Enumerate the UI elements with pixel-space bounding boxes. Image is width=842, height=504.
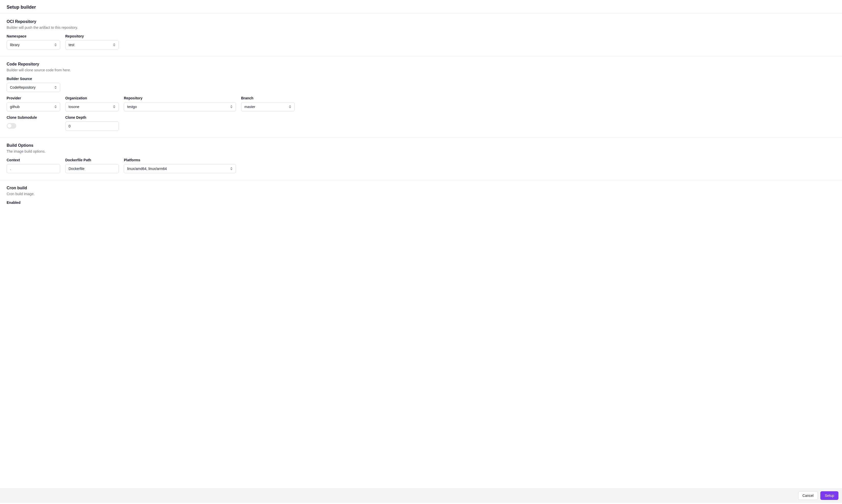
build-desc: The image build options.	[7, 149, 835, 154]
oci-desc: Builder will push the artifact to this r…	[7, 25, 835, 30]
cron-enabled-field: Enabled	[7, 200, 20, 206]
cron-section: Cron build Cron build image. Enabled	[0, 180, 842, 209]
clone-submodule-toggle[interactable]	[7, 123, 16, 129]
context-value: .	[10, 167, 11, 171]
branch-value: master	[245, 105, 255, 109]
builder-source-label: Builder Source	[7, 77, 60, 81]
branch-label: Branch	[241, 96, 294, 100]
clone-submodule-label: Clone Submodule	[7, 115, 60, 120]
oci-section: OCI Repository Builder will push the art…	[0, 14, 842, 56]
clone-depth-field: Clone Depth 0	[65, 115, 119, 131]
oci-repository-field: Repository test	[65, 34, 119, 50]
cron-desc: Cron build image.	[7, 192, 835, 196]
chevron-updown-icon	[288, 105, 292, 109]
organization-value: tosone	[69, 105, 79, 109]
chevron-updown-icon	[54, 43, 57, 47]
provider-value: github	[10, 105, 20, 109]
branch-field: Branch master	[241, 96, 294, 111]
oci-title: OCI Repository	[7, 19, 835, 24]
code-repository-value: testgo	[127, 105, 137, 109]
organization-select[interactable]: tosone	[65, 102, 119, 111]
namespace-field: Namespace library	[7, 34, 60, 50]
provider-field: Provider github	[7, 96, 60, 111]
chevron-updown-icon	[230, 167, 233, 170]
chevron-updown-icon	[54, 86, 57, 89]
build-section: Build Options The image build options. C…	[0, 138, 842, 180]
provider-select[interactable]: github	[7, 102, 60, 111]
namespace-value: library	[10, 43, 20, 47]
builder-source-select[interactable]: CodeRepository	[7, 83, 60, 92]
code-repository-select[interactable]: testgo	[124, 102, 236, 111]
builder-source-field: Builder Source CodeRepository	[7, 77, 60, 92]
clone-submodule-field: Clone Submodule	[7, 115, 60, 131]
platforms-field: Platforms linux/amd64, linux/arm64	[124, 158, 236, 173]
dockerfile-value: Dockerfile	[69, 167, 84, 171]
code-repository-field: Repository testgo	[124, 96, 236, 111]
chevron-updown-icon	[230, 105, 233, 109]
clone-depth-input[interactable]: 0	[65, 122, 119, 131]
chevron-updown-icon	[54, 105, 57, 109]
oci-repository-value: test	[69, 43, 74, 47]
context-label: Context	[7, 158, 60, 162]
namespace-select[interactable]: library	[7, 40, 60, 50]
chevron-updown-icon	[112, 43, 116, 47]
page-title: Setup builder	[0, 0, 842, 14]
dockerfile-input[interactable]: Dockerfile	[65, 164, 119, 173]
oci-repository-label: Repository	[65, 34, 119, 38]
build-title: Build Options	[7, 143, 835, 148]
chevron-updown-icon	[112, 105, 116, 109]
organization-label: Organization	[65, 96, 119, 100]
cron-title: Cron build	[7, 186, 835, 190]
oci-repository-select[interactable]: test	[65, 40, 119, 50]
platforms-value: linux/amd64, linux/arm64	[127, 167, 167, 171]
code-repository-label: Repository	[124, 96, 236, 100]
context-input[interactable]: .	[7, 164, 60, 173]
setup-button[interactable]: Setup	[820, 491, 838, 500]
builder-source-value: CodeRepository	[10, 85, 35, 89]
code-desc: Builder will clone source code from here…	[7, 68, 835, 72]
clone-depth-value: 0	[69, 124, 71, 128]
code-section: Code Repository Builder will clone sourc…	[0, 56, 842, 138]
branch-select[interactable]: master	[241, 102, 294, 111]
namespace-label: Namespace	[7, 34, 60, 38]
footer: Cancel Setup	[0, 488, 842, 503]
dockerfile-label: Dockerfile Path	[65, 158, 119, 162]
provider-label: Provider	[7, 96, 60, 100]
context-field: Context .	[7, 158, 60, 173]
clone-depth-label: Clone Depth	[65, 115, 119, 120]
cancel-button[interactable]: Cancel	[798, 491, 818, 500]
platforms-label: Platforms	[124, 158, 236, 162]
code-title: Code Repository	[7, 62, 835, 67]
dockerfile-field: Dockerfile Path Dockerfile	[65, 158, 119, 173]
cron-enabled-label: Enabled	[7, 200, 20, 204]
platforms-select[interactable]: linux/amd64, linux/arm64	[124, 164, 236, 173]
organization-field: Organization tosone	[65, 96, 119, 111]
